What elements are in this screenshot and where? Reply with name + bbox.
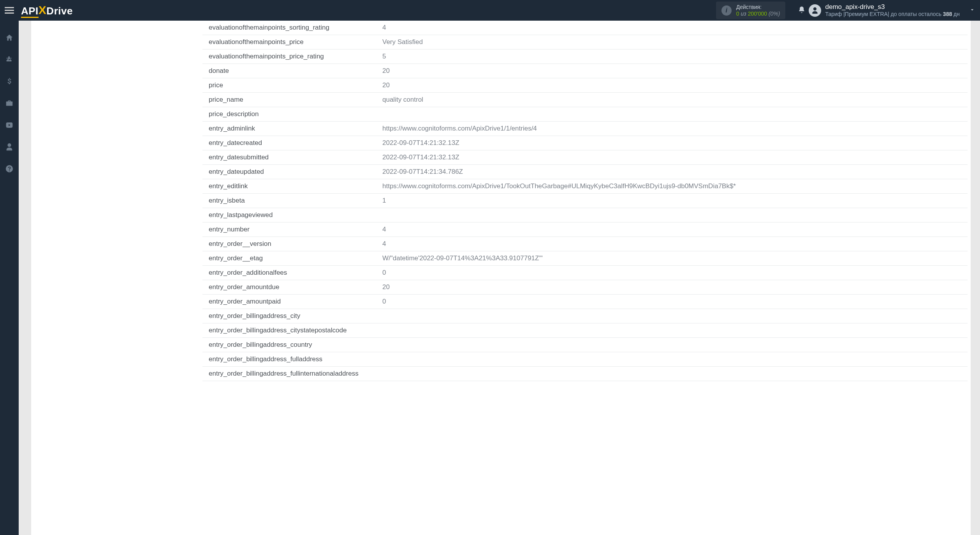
content-panel: evaluationofthemainpoints_sorting_rating… — [31, 21, 971, 535]
field-value — [378, 208, 968, 222]
field-key: entry_datesubmitted — [202, 150, 378, 165]
field-key: entry_order__etag — [202, 251, 378, 266]
sidebar-item-work[interactable] — [0, 97, 19, 109]
table-row: evaluationofthemainpoints_priceVery Sati… — [202, 35, 968, 49]
menu-toggle[interactable] — [5, 6, 14, 15]
actions-counter[interactable]: i Действия: 0 из 200'000 (0%) — [716, 2, 786, 19]
table-row: evaluationofthemainpoints_sorting_rating… — [202, 21, 968, 35]
table-row: entry_order_amountpaid0 — [202, 295, 968, 309]
field-key: entry_adminlink — [202, 122, 378, 136]
table-row: entry_datesubmitted2022-09-07T14:21:32.1… — [202, 150, 968, 165]
table-row: entry_order_billingaddress_city — [202, 309, 968, 323]
table-row: entry_order_billingaddress_country — [202, 338, 968, 352]
bell-icon — [798, 6, 806, 14]
field-value: 4 — [378, 21, 968, 35]
table-row: entry_order_amountdue20 — [202, 280, 968, 295]
field-value: quality control — [378, 93, 968, 107]
field-value: 1 — [378, 194, 968, 208]
field-key: evaluationofthemainpoints_price — [202, 35, 378, 49]
sidebar-item-video[interactable] — [0, 119, 19, 131]
logo[interactable]: APIXDrive — [21, 5, 73, 16]
briefcase-icon — [5, 99, 14, 108]
notifications-button[interactable] — [795, 6, 809, 15]
field-key: entry_order_billingaddress_country — [202, 338, 378, 352]
table-row: entry_order_additionalfees0 — [202, 266, 968, 280]
field-value: 2022-09-07T14:21:32.13Z — [378, 136, 968, 150]
info-icon: i — [721, 5, 732, 16]
avatar — [809, 4, 821, 17]
main-content: evaluationofthemainpoints_sorting_rating… — [19, 21, 980, 535]
field-key: entry_isbeta — [202, 194, 378, 208]
sidebar-item-home[interactable] — [0, 32, 19, 44]
field-value — [378, 107, 968, 122]
home-icon — [5, 34, 14, 42]
field-value: 4 — [378, 237, 968, 251]
table-row: entry_dateupdated2022-09-07T14:21:34.786… — [202, 165, 968, 179]
field-value: 5 — [378, 49, 968, 64]
table-row: entry_order_billingaddress_citystatepost… — [202, 323, 968, 338]
data-table: evaluationofthemainpoints_sorting_rating… — [202, 21, 968, 381]
field-key: price — [202, 78, 378, 93]
field-key: entry_datecreated — [202, 136, 378, 150]
field-key: entry_order_billingaddress_fulladdress — [202, 352, 378, 367]
table-row: entry_datecreated2022-09-07T14:21:32.13Z — [202, 136, 968, 150]
field-key: entry_order_amountdue — [202, 280, 378, 295]
field-key: entry_order_additionalfees — [202, 266, 378, 280]
chevron-down-icon — [969, 7, 975, 13]
actions-pct: (0%) — [769, 11, 780, 17]
field-key: evaluationofthemainpoints_sorting_rating — [202, 21, 378, 35]
table-row: entry_editlinkhttps://www.cognitoforms.c… — [202, 179, 968, 194]
table-row: evaluationofthemainpoints_price_rating5 — [202, 49, 968, 64]
sidebar — [0, 21, 19, 535]
question-icon — [5, 164, 14, 173]
table-row: entry_isbeta1 — [202, 194, 968, 208]
field-key: entry_order_amountpaid — [202, 295, 378, 309]
actions-iz: из — [741, 11, 746, 17]
sidebar-item-billing[interactable] — [0, 75, 19, 88]
sidebar-item-profile[interactable] — [0, 141, 19, 153]
field-value — [378, 352, 968, 367]
table-row: entry_order__etagW/"datetime'2022-09-07T… — [202, 251, 968, 266]
field-key: price_description — [202, 107, 378, 122]
field-value — [378, 338, 968, 352]
field-value: 4 — [378, 222, 968, 237]
field-value: 0 — [378, 295, 968, 309]
table-row: price_namequality control — [202, 93, 968, 107]
field-value: 0 — [378, 266, 968, 280]
table-row: price_description — [202, 107, 968, 122]
user-icon — [5, 143, 14, 151]
sidebar-item-help[interactable] — [0, 162, 19, 175]
user-menu[interactable]: demo_apix-drive_s3 Тариф |Премиум EXTRA|… — [809, 3, 969, 18]
sitemap-icon — [5, 55, 14, 64]
logo-api: API — [21, 5, 39, 18]
field-key: entry_editlink — [202, 179, 378, 194]
field-key: entry_dateupdated — [202, 165, 378, 179]
field-key: donate — [202, 64, 378, 78]
field-value: https://www.cognitoforms.com/ApixDrive1/… — [378, 179, 968, 194]
logo-drive: Drive — [46, 5, 73, 17]
field-value: 2022-09-07T14:21:34.786Z — [378, 165, 968, 179]
user-menu-chevron[interactable] — [969, 7, 975, 14]
field-key: entry_order_billingaddress_city — [202, 309, 378, 323]
field-value: 2022-09-07T14:21:32.13Z — [378, 150, 968, 165]
actions-total: 200'000 — [748, 11, 767, 17]
field-value: 20 — [378, 280, 968, 295]
user-icon — [811, 7, 819, 14]
field-value — [378, 323, 968, 338]
table-row: entry_order_billingaddress_fullinternati… — [202, 367, 968, 381]
user-text: demo_apix-drive_s3 Тариф |Премиум EXTRA|… — [825, 3, 960, 18]
table-row: donate20 — [202, 64, 968, 78]
topbar: APIXDrive i Действия: 0 из 200'000 (0%) … — [0, 0, 980, 21]
field-key: entry_lastpageviewed — [202, 208, 378, 222]
field-key: entry_order_billingaddress_citystatepost… — [202, 323, 378, 338]
table-row: entry_adminlinkhttps://www.cognitoforms.… — [202, 122, 968, 136]
field-key: entry_order__version — [202, 237, 378, 251]
sidebar-item-connections[interactable] — [0, 53, 19, 66]
user-tariff: Тариф |Премиум EXTRA| до оплаты осталось… — [825, 11, 960, 18]
field-key: evaluationofthemainpoints_price_rating — [202, 49, 378, 64]
field-value: Very Satisfied — [378, 35, 968, 49]
logo-x-icon: X — [39, 4, 47, 16]
field-key: entry_number — [202, 222, 378, 237]
youtube-icon — [5, 121, 14, 129]
field-value: 20 — [378, 64, 968, 78]
